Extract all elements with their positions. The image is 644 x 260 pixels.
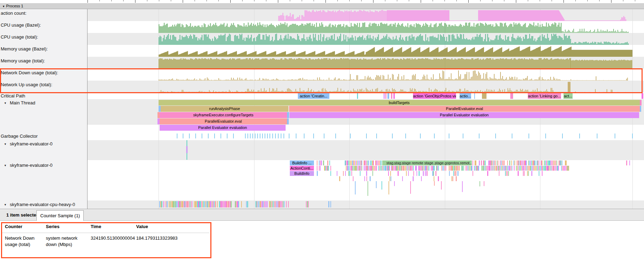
slice-sliver[interactable] [495,160,496,165]
slice-sliver[interactable] [194,201,195,207]
slice[interactable] [393,93,395,99]
slice-sliver[interactable] [513,160,514,165]
slice-sliver[interactable] [320,166,321,171]
slice-sliver[interactable] [441,166,442,171]
slice-sliver[interactable] [317,166,317,171]
slice-sliver[interactable] [500,166,501,171]
slice-sliver[interactable] [177,201,178,207]
slice-sliver[interactable] [170,201,170,207]
slice-sliver[interactable] [499,166,500,171]
slice-sliver[interactable] [189,201,189,207]
slice-sliver[interactable] [529,160,530,165]
gc-tick[interactable] [233,134,234,138]
gc-tick[interactable] [281,134,281,138]
slice-sliver[interactable] [542,166,543,171]
slice-sliver[interactable] [562,160,562,165]
slice-sliver[interactable] [468,166,468,171]
slice-sliver[interactable] [442,166,443,171]
slice[interactable]: action 'Creatin... [298,93,329,99]
slice-sliver[interactable] [517,166,518,171]
gc-tick[interactable] [313,134,314,138]
slice-sliver[interactable] [374,166,375,171]
gc-tick[interactable] [392,134,393,138]
gc-tick[interactable] [177,134,177,138]
slice-sliver[interactable] [398,171,399,176]
slice-sliver[interactable] [536,166,537,171]
slice-sliver[interactable] [389,166,390,171]
slice-sliver[interactable] [351,160,352,165]
slice-sliver[interactable] [171,201,172,207]
slice-sliver[interactable] [346,166,346,171]
slice-sliver[interactable] [205,201,206,207]
slice-sliver[interactable] [390,176,390,181]
slice-sliver[interactable] [372,166,373,171]
counter-chart[interactable] [88,57,644,69]
slice-sliver[interactable] [366,176,367,181]
slice-sliver[interactable] [554,166,554,171]
slice-sliver[interactable] [565,166,566,171]
slice-sliver[interactable] [534,166,534,171]
slice-sliver[interactable] [371,160,372,165]
gc-tick[interactable] [245,134,246,138]
slice-sliver[interactable] [449,166,449,171]
slice-sliver[interactable] [413,171,414,176]
slice-sliver[interactable] [345,171,346,176]
slice-sliver[interactable] [419,171,420,176]
slice-sliver[interactable] [534,160,536,165]
slice-sliver[interactable] [413,166,414,171]
slice-sliver[interactable] [490,166,490,171]
slice-sliver[interactable] [462,166,463,171]
slice-sliver[interactable] [563,166,564,171]
slice-sliver[interactable] [519,160,519,165]
slice[interactable]: runAnalysisPhase [161,106,288,112]
slice[interactable] [357,93,358,99]
slice-sliver[interactable] [530,160,531,165]
slice-sliver[interactable] [393,166,394,171]
slice-sliver[interactable] [455,171,456,176]
counter-track-label[interactable]: CPU usage (total): [1,34,38,40]
slice-sliver[interactable] [223,201,224,207]
thread-track-label[interactable]: ▾skyframe-evaluator-cpu-heavy-0 [1,202,75,207]
slice-sliver[interactable] [519,166,520,171]
slice-sliver[interactable] [457,171,458,176]
slice-sliver[interactable] [495,166,496,171]
slice-sliver[interactable] [566,160,567,165]
slice-sliver[interactable] [365,166,365,171]
slice-sliver[interactable] [201,201,202,207]
slice-sliver[interactable] [505,171,506,176]
slice-sliver[interactable] [485,160,486,165]
slice-sliver[interactable] [629,160,630,165]
slice-sliver[interactable] [359,166,360,171]
slice[interactable]: ParallelEvaluator.eval [160,118,287,124]
gc-tick[interactable] [208,134,209,138]
slice-sliver[interactable] [423,171,424,176]
slice-sliver[interactable] [238,201,239,207]
gc-tick[interactable] [495,134,496,138]
slice-sliver[interactable] [397,166,398,171]
slice-sliver[interactable] [284,201,285,207]
slice-sliver[interactable] [456,176,457,181]
slice-sliver[interactable] [359,160,360,165]
slice-sliver[interactable] [405,166,405,171]
slice-sliver[interactable] [479,160,480,165]
slice-sliver[interactable] [419,166,420,171]
counter-chart[interactable] [88,69,644,81]
slice-sliver[interactable] [552,160,553,165]
slice-sliver[interactable] [506,166,507,171]
slice[interactable] [474,93,475,99]
slice-sliver[interactable] [325,166,326,171]
slice-sliver[interactable] [514,166,514,171]
slice-sliver[interactable] [208,201,208,207]
slice[interactable]: action 'GenObjcProtos video/... [413,93,456,99]
slice-sliver[interactable] [378,166,379,171]
slice-sliver[interactable] [526,166,527,171]
slice-sliver[interactable] [537,166,538,171]
slice-sliver[interactable] [555,166,555,171]
slice-sliver[interactable] [319,160,320,165]
slice-sliver[interactable] [280,201,280,207]
slice-sliver[interactable] [346,160,346,165]
slice-sliver[interactable] [469,166,469,171]
gc-tick[interactable] [632,134,633,138]
slice-sliver[interactable] [349,166,350,171]
thread-track-label[interactable]: ▾skyframe-evaluator-0 [1,163,52,168]
